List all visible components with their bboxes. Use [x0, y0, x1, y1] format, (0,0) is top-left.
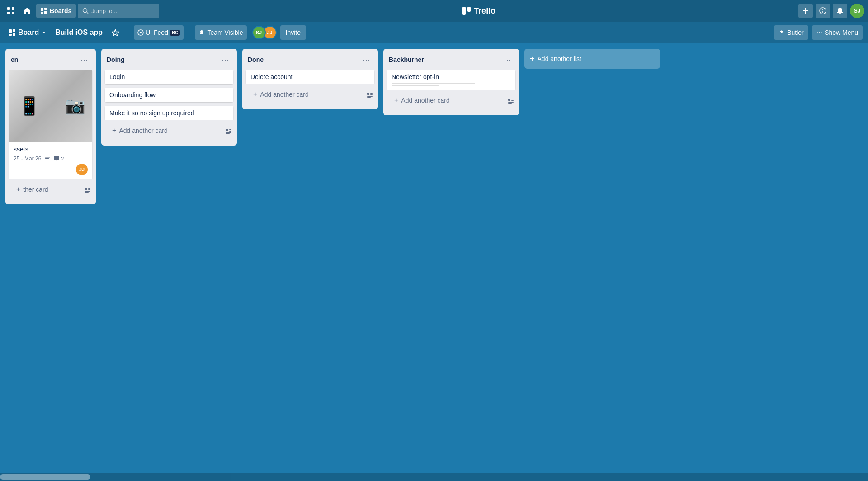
add-card-btn-backburner[interactable]: + Add another card: [389, 93, 501, 108]
list-title-done: Done: [248, 56, 360, 63]
boards-btn[interactable]: Boards: [36, 4, 76, 18]
template-btn-done[interactable]: [363, 89, 376, 102]
desc-line-1: [392, 83, 475, 84]
template-btn-partial[interactable]: [81, 184, 94, 197]
svg-rect-33: [229, 131, 231, 132]
info-btn[interactable]: [816, 4, 830, 18]
list-menu-backburner[interactable]: ···: [501, 53, 514, 66]
ui-feed-badge: BC: [170, 30, 180, 36]
svg-point-22: [140, 32, 142, 33]
board-members: SJ JJ: [252, 26, 277, 39]
add-list-label: Add another list: [538, 55, 581, 62]
list-title-doing: Doing: [107, 56, 219, 63]
svg-rect-35: [226, 133, 230, 134]
svg-rect-3: [12, 12, 14, 14]
list-menu-doing[interactable]: ···: [219, 53, 231, 66]
svg-rect-11: [467, 7, 471, 12]
svg-rect-10: [462, 7, 466, 15]
svg-rect-39: [367, 96, 373, 97]
add-card-btn-partial[interactable]: + ther card: [11, 182, 78, 197]
list-menu-done[interactable]: ···: [360, 53, 373, 66]
desc-line-2: [392, 85, 439, 86]
list-cards-doing: Login Onboarding flow Make it so no sign…: [101, 70, 237, 120]
card-delete-account[interactable]: Delete account: [246, 70, 374, 84]
add-card-row-done: + Add another card: [242, 84, 378, 109]
add-btn[interactable]: [798, 4, 813, 18]
add-card-row-backburner: + Add another card: [383, 90, 519, 115]
list-cards-backburner: Newsletter opt-in: [383, 70, 519, 90]
ui-feed-btn[interactable]: UI Feed BC: [134, 25, 184, 40]
svg-rect-1: [12, 7, 14, 10]
list-cards-done: Delete account: [242, 70, 378, 84]
card-no-signup[interactable]: Make it so no sign up required: [105, 106, 233, 120]
svg-rect-26: [85, 188, 87, 190]
scrollbar-thumb[interactable]: [0, 474, 90, 480]
svg-rect-41: [508, 99, 510, 101]
card-desc-icon: [45, 156, 50, 161]
board-menu-label: Board: [18, 28, 39, 37]
app-name: Trello: [474, 6, 495, 16]
home-btn[interactable]: [20, 4, 34, 18]
template-btn-doing[interactable]: [222, 125, 235, 138]
svg-rect-31: [226, 129, 228, 131]
svg-point-15: [822, 9, 823, 10]
invite-btn[interactable]: Invite: [280, 25, 306, 40]
svg-rect-38: [370, 94, 373, 95]
butler-label: Butler: [787, 29, 804, 36]
list-done: Done ··· Delete account + Add another ca…: [242, 49, 378, 109]
butler-btn[interactable]: Butler: [774, 25, 808, 40]
scrollbar-track[interactable]: [0, 473, 868, 481]
board-menu-btn[interactable]: Board: [5, 25, 50, 40]
star-btn[interactable]: [108, 25, 123, 40]
svg-rect-27: [88, 188, 90, 189]
svg-rect-43: [511, 100, 514, 101]
user-avatar[interactable]: SJ: [850, 4, 864, 18]
top-navigation: Boards Jump to... Trello: [0, 0, 868, 22]
card-login[interactable]: Login: [105, 70, 233, 84]
grid-icon-btn[interactable]: [4, 4, 18, 18]
card-onboarding[interactable]: Onboarding flow: [105, 88, 233, 102]
list-backburner: Backburner ··· Newsletter opt-in + Add a…: [383, 49, 519, 115]
search-bar[interactable]: Jump to...: [78, 4, 159, 18]
card-desc-lines: [392, 83, 511, 86]
list-menu-partial[interactable]: ···: [78, 53, 90, 66]
svg-point-8: [83, 9, 87, 13]
card-title-onboarding: Onboarding flow: [109, 91, 156, 99]
show-menu-btn[interactable]: ··· Show Menu: [812, 25, 863, 40]
svg-rect-42: [511, 99, 514, 99]
svg-rect-28: [88, 189, 90, 190]
svg-rect-30: [85, 192, 89, 193]
svg-rect-0: [7, 7, 10, 10]
template-btn-backburner[interactable]: [505, 95, 517, 108]
card-comment-icon: 2: [54, 156, 64, 161]
member-avatar-sj[interactable]: SJ: [252, 26, 266, 39]
card-body: ssets 25 - Mar 26: [9, 142, 92, 179]
card-title-delete-account: Delete account: [250, 73, 292, 80]
card-newsletter[interactable]: Newsletter opt-in: [387, 70, 515, 90]
svg-rect-32: [229, 129, 231, 130]
add-card-row-doing: + Add another card: [101, 120, 237, 146]
svg-rect-18: [13, 29, 15, 32]
add-card-btn-done[interactable]: + Add another card: [248, 87, 360, 102]
bell-btn[interactable]: [833, 4, 847, 18]
add-card-row-partial: + ther card: [5, 179, 96, 204]
svg-rect-6: [41, 12, 43, 14]
boards-label: Boards: [50, 7, 71, 14]
card-title-no-signup: Make it so no sign up required: [109, 109, 194, 117]
add-card-btn-doing[interactable]: + Add another card: [107, 123, 219, 138]
card-date: 25 - Mar 26: [14, 156, 41, 162]
card-footer: JJ: [14, 164, 88, 175]
divider2: [189, 27, 189, 38]
svg-rect-19: [9, 34, 12, 36]
list-title-partial: en: [11, 56, 78, 63]
board-title: Build iOS app: [53, 28, 104, 37]
list-doing: Doing ··· Login Onboarding flow Make it …: [101, 49, 237, 146]
team-visible-btn[interactable]: Team Visible: [195, 25, 246, 40]
add-list-btn[interactable]: + Add another list: [524, 49, 660, 69]
svg-rect-23: [45, 157, 50, 158]
svg-rect-40: [367, 97, 371, 98]
card-title-assets: ssets: [14, 146, 88, 153]
svg-rect-29: [85, 191, 90, 192]
card-assets[interactable]: ssets 25 - Mar 26: [9, 70, 92, 179]
svg-rect-45: [508, 103, 512, 104]
